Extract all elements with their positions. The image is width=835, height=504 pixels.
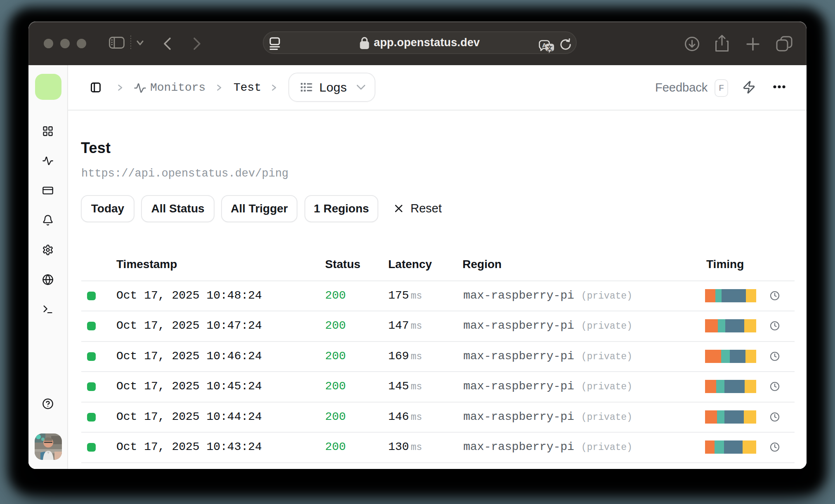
- svg-text:文: 文: [547, 45, 553, 51]
